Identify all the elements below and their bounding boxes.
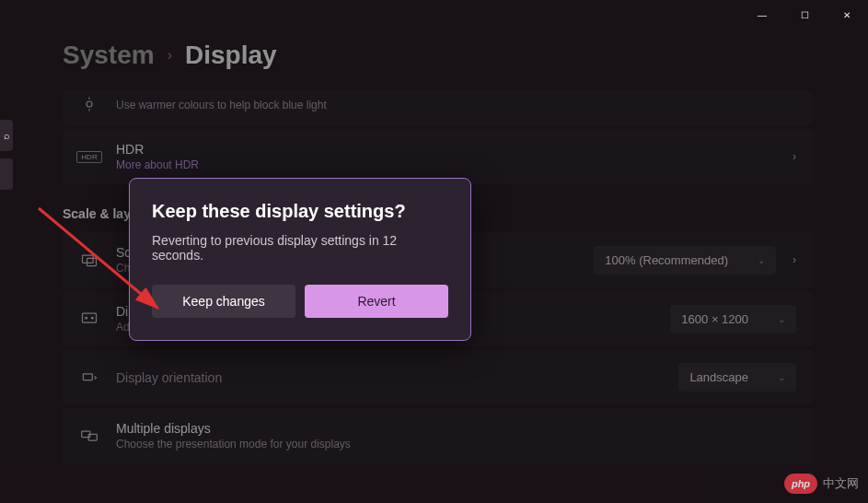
watermark: php 中文网 xyxy=(784,474,859,494)
watermark-text: 中文网 xyxy=(823,475,859,492)
dialog-body: Reverting to previous display settings i… xyxy=(152,233,448,263)
keep-changes-button[interactable]: Keep changes xyxy=(152,285,295,318)
keep-settings-dialog: Keep these display settings? Reverting t… xyxy=(129,178,471,341)
revert-button[interactable]: Revert xyxy=(305,285,448,318)
dialog-overlay: Keep these display settings? Reverting t… xyxy=(0,0,868,503)
dialog-title: Keep these display settings? xyxy=(152,201,448,222)
dialog-buttons: Keep changes Revert xyxy=(152,285,448,318)
watermark-logo: php xyxy=(784,474,817,494)
